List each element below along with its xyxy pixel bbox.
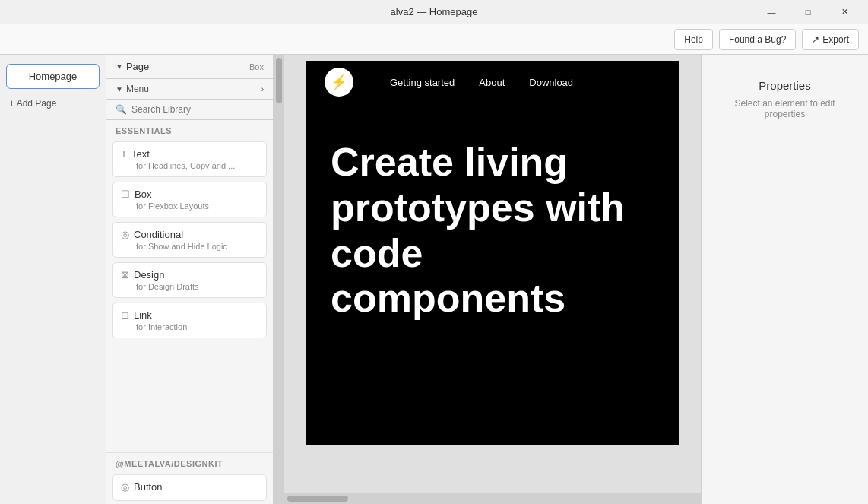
menu-label: Menu — [126, 84, 149, 94]
nav-link-about[interactable]: About — [479, 77, 505, 88]
page-header-left: ▼ Page — [116, 61, 149, 72]
section-footer-label: @MEETALVA/DESIGNKIT — [106, 452, 273, 474]
canvas-scroll-x-thumb[interactable] — [287, 496, 348, 502]
export-button[interactable]: ↗ Export — [802, 29, 859, 50]
close-button[interactable]: ✕ — [827, 0, 862, 24]
window-title: alva2 — Homepage — [391, 6, 478, 17]
menu-header-left: ▼ Menu — [116, 84, 149, 94]
menu-chevron-icon: ▼ — [116, 85, 123, 94]
canvas-content: ⚡ Getting started About Download Create … — [284, 55, 701, 493]
homepage-page[interactable]: Homepage — [6, 64, 100, 89]
link-item-desc: for Interaction — [136, 322, 258, 331]
library-page-header: ▼ Page Box — [106, 55, 273, 79]
text-item-icon: T — [121, 148, 127, 160]
button-item-icon: ◎ — [121, 481, 129, 493]
lib-item-link-top: ⊡ Link — [121, 309, 258, 321]
design-item-desc: for Design Drafts — [136, 282, 258, 291]
lib-item-box-top: ☐ Box — [121, 189, 258, 200]
lib-item-design[interactable]: ⊠ Design for Design Drafts — [112, 262, 267, 298]
nav-link-download[interactable]: Download — [529, 77, 573, 88]
lib-item-button-top: ◎ Button — [121, 481, 258, 493]
conditional-item-name: Conditional — [134, 229, 183, 240]
conditional-item-icon: ◎ — [121, 229, 129, 240]
help-button[interactable]: Help — [674, 29, 713, 50]
page-label: Page — [126, 61, 149, 72]
preview-frame: ⚡ Getting started About Download Create … — [306, 61, 679, 445]
lib-item-text-top: T Text — [121, 148, 258, 160]
essentials-label: ESSENTIALS — [106, 120, 273, 138]
link-item-name: Link — [134, 309, 152, 321]
export-label: Export — [822, 34, 849, 45]
add-page-button[interactable]: + Add Page — [6, 95, 100, 112]
menu-subheader: ▼ Menu › — [106, 79, 273, 100]
search-bar: 🔍 — [106, 100, 273, 120]
pages-panel: Homepage + Add Page — [0, 55, 106, 504]
search-input[interactable] — [131, 104, 264, 115]
canvas-area: ⚡ Getting started About Download Create … — [274, 55, 701, 504]
preview-hero: Create living prototypes with code compo… — [306, 103, 679, 445]
window-controls: — □ ✕ — [754, 0, 862, 24]
design-item-icon: ⊠ — [121, 269, 129, 281]
box-item-desc: for Flexbox Layouts — [136, 201, 258, 211]
lightning-icon: ⚡ — [331, 74, 347, 90]
hero-text: Create living prototypes with code compo… — [331, 140, 654, 322]
lib-item-design-top: ⊠ Design — [121, 269, 258, 281]
lib-item-conditional[interactable]: ◎ Conditional for Show and Hide Logic — [112, 222, 267, 258]
text-item-name: Text — [131, 148, 150, 160]
canvas-scroll-x[interactable] — [284, 493, 701, 504]
preview-nav: ⚡ Getting started About Download — [306, 61, 679, 103]
box-item-name: Box — [135, 189, 151, 200]
bug-button[interactable]: Found a Bug? — [719, 29, 796, 50]
button-item-name: Button — [134, 481, 163, 493]
nav-link-getting-started[interactable]: Getting started — [390, 77, 455, 88]
conditional-item-desc: for Show and Hide Logic — [136, 242, 258, 251]
search-icon: 🔍 — [116, 104, 127, 115]
design-item-name: Design — [134, 269, 164, 281]
canvas-inner: ⚡ Getting started About Download Create … — [284, 55, 701, 504]
lib-item-button[interactable]: ◎ Button — [112, 474, 267, 501]
page-box-label: Box — [249, 62, 264, 71]
export-icon: ↗ — [812, 34, 819, 45]
library-panel: ▼ Page Box ▼ Menu › 🔍 ESSENTIALS T — [106, 55, 274, 504]
library-items-list: T Text for Headlines, Copy and ... ☐ Box… — [106, 138, 273, 452]
properties-panel: Properties Select an element to edit pro… — [701, 55, 868, 504]
box-item-icon: ☐ — [121, 189, 130, 200]
titlebar: alva2 — Homepage — □ ✕ — [0, 0, 868, 24]
menu-right-icon: › — [261, 85, 264, 94]
lib-item-conditional-top: ◎ Conditional — [121, 229, 258, 240]
lib-item-box[interactable]: ☐ Box for Flexbox Layouts — [112, 182, 267, 217]
main-layout: Homepage + Add Page ▼ Page Box ▼ Menu › … — [0, 55, 868, 504]
preview-logo: ⚡ — [325, 68, 353, 97]
properties-subtitle: Select an element to edit properties — [702, 98, 868, 119]
maximize-button[interactable]: □ — [790, 0, 825, 24]
text-item-desc: for Headlines, Copy and ... — [136, 161, 258, 170]
properties-title: Properties — [759, 79, 810, 92]
minimize-button[interactable]: — — [754, 0, 789, 24]
lib-item-text[interactable]: T Text for Headlines, Copy and ... — [112, 141, 267, 177]
toolbar: Help Found a Bug? ↗ Export — [0, 24, 868, 55]
canvas-scroll-y[interactable] — [274, 55, 284, 504]
canvas-scroll-y-thumb[interactable] — [276, 58, 282, 103]
lib-item-link[interactable]: ⊡ Link for Interaction — [112, 303, 267, 338]
link-item-icon: ⊡ — [121, 309, 129, 321]
page-chevron-icon: ▼ — [116, 62, 123, 71]
